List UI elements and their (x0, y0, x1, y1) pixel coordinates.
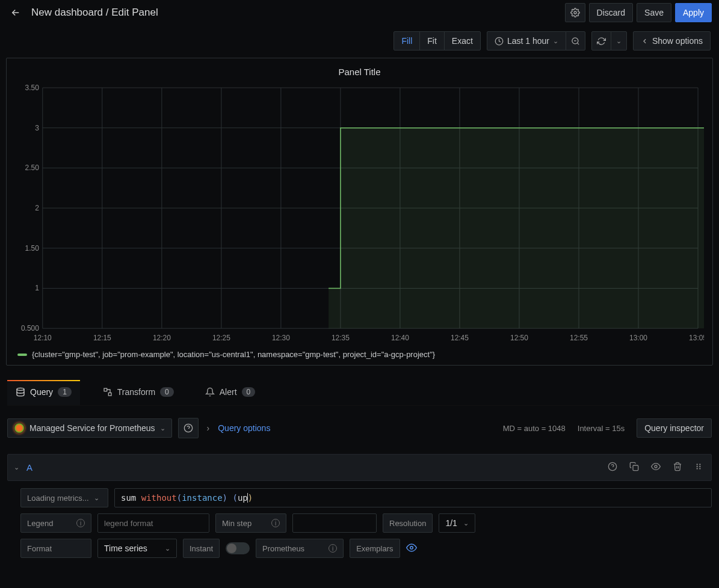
query-options-link[interactable]: Query options (218, 423, 270, 433)
prometheus-label: Prometheus i (256, 539, 344, 558)
svg-text:12:40: 12:40 (391, 334, 409, 342)
exemplars-toggle[interactable] (406, 542, 417, 555)
time-range-picker[interactable]: Last 1 hour ⌄ (487, 31, 566, 51)
svg-text:0.500: 0.500 (21, 324, 39, 332)
bell-icon (205, 387, 215, 397)
svg-point-57 (699, 468, 700, 469)
svg-text:2.50: 2.50 (25, 164, 40, 172)
md-info: MD = auto = 1048 (503, 424, 566, 433)
svg-text:2: 2 (35, 204, 39, 212)
chart[interactable]: 3.5032.5021.5010.50012:1012:1512:2012:25… (15, 82, 704, 345)
chevron-down-icon: ⌄ (553, 37, 558, 45)
apply-button[interactable]: Apply (675, 3, 712, 22)
svg-rect-45 (108, 393, 111, 396)
svg-text:12:10: 12:10 (34, 334, 52, 342)
zoom-out-icon (571, 37, 580, 46)
refresh-icon (597, 37, 606, 46)
svg-point-43 (17, 388, 24, 390)
svg-text:3.50: 3.50 (25, 84, 40, 92)
resolution-select[interactable]: 1/1 ⌄ (439, 513, 475, 533)
help-icon (184, 423, 193, 433)
fill-button[interactable]: Fill (393, 31, 420, 51)
svg-point-52 (697, 464, 698, 465)
tab-query[interactable]: Query 1 (7, 380, 80, 405)
chevron-down-icon: ⌄ (165, 545, 170, 553)
svg-text:12:55: 12:55 (570, 334, 588, 342)
chevron-right-icon: › (205, 423, 212, 433)
info-icon[interactable]: i (329, 544, 337, 553)
tabs: Query 1 Transform 0 Alert 0 (7, 380, 719, 406)
help-icon[interactable] (605, 459, 620, 476)
svg-text:12:30: 12:30 (272, 334, 290, 342)
info-icon[interactable]: i (76, 519, 85, 527)
tab-alert[interactable]: Alert 0 (197, 380, 264, 405)
fit-button[interactable]: Fit (419, 31, 445, 51)
chevron-down-icon: ⌄ (616, 37, 622, 45)
settings-button[interactable] (565, 3, 585, 22)
chevron-down-icon: ⌄ (160, 424, 165, 432)
min-step-input[interactable] (292, 513, 377, 533)
time-range-group: Last 1 hour ⌄ (487, 31, 585, 51)
svg-text:13:00: 13:00 (629, 334, 647, 342)
eye-icon[interactable] (649, 459, 663, 476)
back-button[interactable] (7, 4, 24, 21)
legend-label: Legend i (20, 513, 91, 533)
svg-text:1: 1 (35, 284, 39, 292)
copy-icon[interactable] (627, 459, 641, 476)
panel: Panel Title 3.5032.5021.5010.50012:1012:… (6, 58, 713, 366)
save-button[interactable]: Save (637, 3, 671, 22)
query-header[interactable]: ⌄ A (7, 454, 712, 481)
datasource-select[interactable]: Managed Service for Prometheus ⌄ (7, 418, 172, 438)
svg-text:12:35: 12:35 (332, 334, 350, 342)
svg-point-55 (699, 464, 700, 465)
svg-text:12:50: 12:50 (510, 334, 528, 342)
refresh-button[interactable] (591, 31, 611, 51)
prometheus-icon (14, 423, 25, 433)
legend-swatch (17, 354, 27, 356)
query-expression-input[interactable]: sum without(instance) (up) (114, 488, 712, 507)
legend-input[interactable] (97, 513, 209, 533)
exemplars-label: Exemplars (350, 539, 400, 558)
min-step-label: Min step i (215, 513, 286, 533)
metrics-browser[interactable]: Loading metrics... ⌄ (20, 488, 108, 507)
display-mode-group: Fill Fit Exact (393, 31, 480, 51)
chart-legend[interactable]: {cluster="gmp-test", job="prom-example",… (7, 345, 712, 359)
show-options-button[interactable]: Show options (633, 31, 711, 51)
info-icon[interactable]: i (271, 519, 280, 527)
svg-text:12:20: 12:20 (153, 334, 171, 342)
exact-button[interactable]: Exact (444, 31, 481, 51)
format-select[interactable]: Time series ⌄ (97, 539, 177, 558)
query-id: A (26, 462, 32, 473)
trash-icon[interactable] (670, 459, 685, 476)
svg-line-3 (577, 43, 579, 44)
query-inspector-button[interactable]: Query inspector (637, 418, 712, 438)
instant-toggle[interactable] (226, 542, 250, 554)
svg-text:12:15: 12:15 (93, 334, 111, 342)
refresh-group: ⌄ (591, 31, 627, 51)
svg-text:12:45: 12:45 (451, 334, 469, 342)
svg-point-54 (697, 468, 698, 469)
zoom-out-button[interactable] (566, 31, 585, 51)
format-label: Format (20, 539, 91, 558)
gear-icon (570, 8, 580, 17)
instant-label: Instant (183, 539, 220, 558)
svg-text:12:25: 12:25 (212, 334, 230, 342)
datasource-help-button[interactable] (178, 418, 199, 438)
refresh-interval-button[interactable]: ⌄ (611, 31, 627, 51)
svg-point-0 (574, 11, 576, 14)
clock-icon (495, 37, 504, 46)
discard-button[interactable]: Discard (589, 3, 633, 22)
svg-text:13:05: 13:05 (689, 334, 704, 342)
resolution-label: Resolution (383, 513, 433, 533)
drag-icon[interactable] (692, 460, 705, 475)
chevron-down-icon: ⌄ (14, 464, 19, 471)
svg-text:3: 3 (35, 124, 39, 132)
svg-rect-44 (104, 388, 107, 391)
chevron-down-icon: ⌄ (94, 494, 99, 502)
query-count-badge: 1 (58, 387, 72, 397)
svg-point-58 (410, 546, 413, 549)
svg-point-56 (699, 466, 700, 467)
tab-transform[interactable]: Transform 0 (94, 380, 182, 405)
chevron-down-icon: ⌄ (463, 519, 469, 527)
svg-text:1.50: 1.50 (25, 244, 40, 253)
